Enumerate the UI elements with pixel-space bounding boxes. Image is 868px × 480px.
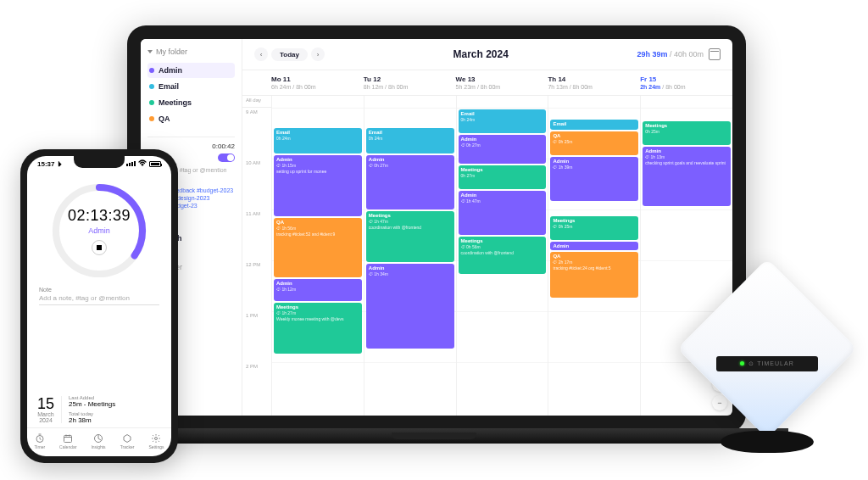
calendar-event[interactable]: QA⏱ 2h 17mtracking #ticket:24 org #ident… (550, 252, 638, 298)
day-header[interactable]: Fr 15 2h 24m / 8h 00m (640, 75, 732, 90)
color-dot (149, 84, 154, 89)
day-header[interactable]: Th 14 7h 13m / 8h 00m (548, 75, 640, 90)
tab-tracker[interactable]: Tracker (120, 433, 135, 449)
led-icon (740, 361, 744, 366)
tab-calendar[interactable]: Calendar (59, 433, 76, 449)
today-button[interactable]: Today (271, 48, 308, 61)
tracker-base (721, 431, 814, 453)
calendar-topbar: ‹ Today › March 2024 29h 39m / 40h 00m (242, 39, 732, 70)
calendar-event[interactable]: Email0h 24m (366, 128, 454, 153)
status-icons (126, 159, 161, 168)
calendar-event[interactable]: Admin⏱ 1h 39m (550, 157, 638, 201)
note-section: Note Add a note, #tag or @mention (27, 287, 171, 305)
laptop-hinge (392, 433, 476, 439)
day-columns: Email0h 24mAdmin⏱ 1h 15msetting up sprin… (271, 96, 732, 416)
day-column-th[interactable]: EmailQA⏱ 0h 25mAdmin⏱ 1h 39mMeetings⏱ 0h… (548, 96, 640, 416)
tab-insights[interactable]: Insights (91, 433, 105, 449)
month-title: March 2024 (453, 48, 509, 60)
total-today-stat: Total today 2h 38m (69, 411, 115, 424)
calendar-event[interactable]: QA⏱ 0h 25m (550, 131, 638, 155)
color-dot (149, 68, 154, 73)
calendar-grid: All day 9 AM 10 AM 11 AM 12 PM 1 PM 2 PM… (242, 96, 732, 416)
calendar-event[interactable]: Meetings⏱ 1h 47mcoordination with @front… (366, 211, 454, 262)
calendar-event[interactable]: Meetings⏱ 0h 25m (550, 216, 638, 240)
prev-week-button[interactable]: ‹ (254, 47, 268, 61)
sidebar-item-admin[interactable]: Admin (147, 63, 235, 78)
calendar-event[interactable]: Admin⏱ 0h 27m (459, 135, 547, 164)
folder-label: My folder (156, 47, 187, 56)
calendar-main: ‹ Today › March 2024 29h 39m / 40h 00m M… (242, 39, 732, 416)
svg-rect-4 (64, 435, 72, 442)
day-column-mo[interactable]: Email0h 24mAdmin⏱ 1h 15msetting up sprin… (271, 96, 364, 416)
calendar-event[interactable]: Admin⏱ 1h 47m (459, 191, 547, 235)
calendar-event[interactable]: Admin⏱ 0h 27m (366, 155, 454, 209)
laptop-screen: My folder Admin Email Meetings QA 0:00:4… (141, 39, 732, 416)
calendar-event[interactable]: Email0h 24m (459, 109, 547, 133)
today-summary: 15 March 2024 Last Added 25m - Meetings … (37, 395, 161, 424)
project-label: QA (159, 114, 170, 123)
calendar-event[interactable]: Email (550, 120, 638, 130)
tracker-body (677, 259, 857, 438)
date-block: 15 March 2024 (37, 396, 62, 423)
status-time: 15:37 ⏵ (37, 160, 64, 168)
calendar-event[interactable]: Meetings0h 27m (459, 165, 547, 189)
project-label: Email (159, 82, 179, 91)
week-summary: 29h 39m / 40h 00m (637, 50, 704, 59)
stop-button[interactable] (92, 240, 107, 255)
tracker-device: ⊙ TIMEULAR (687, 285, 848, 446)
tracking-toggle[interactable] (218, 153, 235, 162)
tracking-elapsed: 0:00:42 (147, 142, 235, 150)
project-label: Admin (159, 66, 182, 75)
timer-value: 02:13:39 (68, 207, 131, 225)
time-axis: All day 9 AM 10 AM 11 AM 12 PM 1 PM 2 PM (242, 96, 271, 416)
day-header[interactable]: We 13 5h 23m / 8h 00m (456, 75, 548, 90)
tracker-brand-strip: ⊙ TIMEULAR (716, 356, 818, 371)
day-column-tu[interactable]: Email0h 24mAdmin⏱ 0h 27mMeetings⏱ 1h 47m… (364, 96, 456, 416)
calendar-event[interactable]: Admin⏱ 1h 34m (366, 264, 454, 349)
next-week-button[interactable]: › (311, 47, 325, 61)
day-header[interactable]: Tu 12 8h 12m / 8h 00m (364, 75, 456, 90)
timer-ring: 02:13:39 Admin (50, 181, 148, 280)
wifi-icon (138, 159, 147, 168)
phone-frame: 15:37 ⏵ 02:13:39 Admin (20, 149, 178, 463)
phone-notch (74, 156, 125, 168)
folder-header[interactable]: My folder (147, 47, 235, 56)
svg-point-0 (142, 165, 143, 166)
color-dot (149, 116, 154, 121)
svg-point-6 (155, 437, 158, 439)
calendar-event[interactable]: Meetings⏱ 0h 56mcoordination with @front… (459, 237, 547, 274)
calendar-icon[interactable] (709, 48, 721, 60)
sidebar-item-qa[interactable]: QA (147, 111, 235, 126)
calendar-event[interactable]: Admin⏱ 1h 12m (274, 279, 362, 301)
timer-project: Admin (88, 226, 110, 235)
laptop-frame: My folder Admin Email Meetings QA 0:00:4… (127, 25, 746, 433)
color-dot (149, 100, 154, 105)
day-headers: Mo 11 6h 24m / 8h 00m Tu 12 8h 12m / 8h … (242, 70, 732, 96)
calendar-event[interactable]: Email0h 24m (274, 128, 362, 153)
note-input[interactable]: Add a note, #tag or @mention (39, 294, 159, 305)
note-label: Note (39, 287, 159, 293)
tab-timer[interactable]: Timer (35, 433, 46, 449)
calendar-event[interactable]: Admin (550, 242, 638, 250)
tab-settings[interactable]: Settings (148, 433, 164, 449)
calendar-event[interactable]: Meetings0h 25m (643, 121, 731, 145)
calendar-event[interactable]: Meetings⏱ 1h 27mWeekly monee meeting wit… (274, 303, 362, 354)
calendar-event[interactable]: QA⏱ 1h 56mtracking #ticket:52 and #ident… (274, 218, 362, 277)
project-label: Meetings (159, 98, 192, 107)
phone-screen: 15:37 ⏵ 02:13:39 Admin (27, 156, 171, 456)
calendar-event[interactable]: Admin⏱ 1h 13mchecking sprint goals and r… (643, 147, 731, 206)
signal-icon (126, 161, 136, 166)
day-column-we[interactable]: Email0h 24mAdmin⏱ 0h 27mMeetings0h 27mAd… (456, 96, 548, 416)
battery-icon (149, 161, 161, 167)
tracker-brand: TIMEULAR (757, 360, 793, 366)
day-header[interactable]: Mo 11 6h 24m / 8h 00m (271, 75, 364, 90)
chevron-down-icon (147, 50, 153, 53)
sidebar-item-email[interactable]: Email (147, 79, 235, 94)
calendar-event[interactable]: Admin⏱ 1h 15msetting up sprint for monee (274, 155, 362, 216)
tab-bar: Timer Calendar Insights Tracker Settings (27, 427, 171, 456)
last-added-stat: Last Added 25m - Meetings (69, 395, 115, 408)
sidebar-item-meetings[interactable]: Meetings (147, 95, 235, 110)
